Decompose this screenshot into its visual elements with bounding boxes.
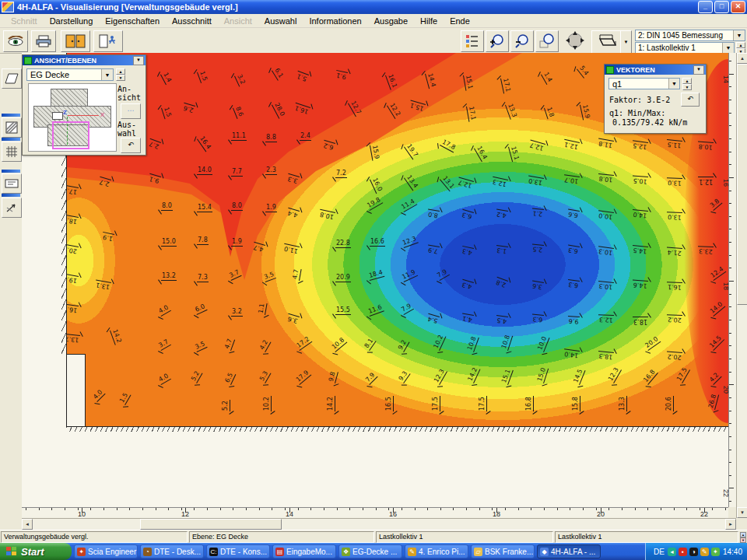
mini-titlebar[interactable]: [2, 138, 20, 141]
ruler-tick: [440, 508, 441, 510]
mini-titlebar[interactable]: [2, 194, 20, 197]
plane-dropdown-value: EG Decke: [30, 70, 69, 79]
menu-item-ausschnitt[interactable]: Ausschnitt: [166, 16, 218, 26]
pan-button[interactable]: [562, 30, 588, 51]
zoom-in-button[interactable]: [486, 30, 509, 52]
loadcase-spinner[interactable]: ▲ ▼: [736, 42, 745, 54]
mini-titlebar[interactable]: [2, 170, 20, 173]
chevron-down-icon[interactable]: ▼: [722, 43, 734, 53]
loadcase-combobox[interactable]: 1: Lastkollektiv 1 ▼: [635, 42, 735, 54]
taskbar-button-scia[interactable]: ✦Scia Engineer: [74, 544, 138, 558]
value-label: 6.3: [531, 313, 544, 322]
chevron-down-icon[interactable]: ▼: [733, 30, 745, 40]
chevron-down-icon[interactable]: ▼: [668, 79, 679, 89]
menu-item-auswahl[interactable]: Auswahl: [258, 16, 303, 26]
zoom-out-button[interactable]: [510, 30, 534, 52]
zoom-in-icon: [489, 33, 505, 49]
factor-button[interactable]: ↶: [681, 93, 700, 107]
menu-item-eigenschaften[interactable]: Eigenschaften: [99, 16, 166, 26]
plan-z-label: Z: [63, 109, 67, 116]
scroll-down-icon[interactable]: ▼: [737, 507, 747, 518]
vectors-button[interactable]: [2, 198, 22, 218]
value-label: 12.1: [698, 177, 714, 184]
menu-item-ausgabe[interactable]: Ausgabe: [368, 16, 414, 26]
menu-item-ende[interactable]: Ende: [444, 16, 476, 26]
value-label: 10.2: [264, 396, 272, 411]
minimize-button[interactable]: _: [698, 1, 713, 13]
mini-titlebar[interactable]: [2, 114, 20, 117]
ruler-label: 12: [181, 510, 189, 518]
close-button[interactable]: ✕: [731, 1, 745, 13]
menu-item-hilfe[interactable]: Hilfe: [414, 16, 444, 26]
ansicht-panel-titlebar[interactable]: ANSICHT/EBENEN ▼: [23, 55, 146, 65]
spinner-up-icon[interactable]: ▲: [736, 42, 745, 48]
spinner-up-icon[interactable]: ▲: [740, 532, 746, 537]
horizontal-scrollbar[interactable]: ◄ ►: [22, 518, 736, 530]
taskbar-button-paint[interactable]: ✎4. Enrico Pi...: [405, 544, 468, 558]
taskbar-button-folder[interactable]: ▱BSK Franke...: [471, 544, 535, 558]
scroll-right-icon[interactable]: ►: [725, 519, 736, 530]
tray-back-arrow-icon[interactable]: ◂: [668, 548, 676, 556]
scroll-up-icon[interactable]: ▲: [737, 53, 747, 64]
window-title: 4H-ALFA - Visualisierung [Verwaltungsgeb…: [17, 2, 238, 12]
view-eye-button[interactable]: [3, 30, 28, 52]
maximize-button[interactable]: □: [714, 1, 729, 13]
vertical-scroll-thumb[interactable]: [737, 64, 747, 305]
tray-green-icon[interactable]: ✦: [711, 548, 720, 556]
tray-brush-icon[interactable]: ✎: [700, 548, 709, 556]
vector-quantity-spinner[interactable]: ▲ ▼: [682, 78, 692, 89]
mini-plan-view[interactable]: Z X: [28, 83, 117, 152]
ruler-tick: [608, 508, 609, 510]
view-3d-button[interactable]: [591, 30, 621, 54]
ruler-tick: [729, 191, 731, 191]
horizontal-scroll-thumb[interactable]: [140, 519, 282, 530]
taskbar-button-dte-desk[interactable]: ◔DTE - Desk...: [140, 544, 204, 558]
language-indicator[interactable]: DE: [654, 548, 665, 556]
print-button[interactable]: [31, 30, 56, 52]
ansicht-apply-button[interactable]: ⋯: [121, 103, 141, 119]
mesh-button[interactable]: [2, 142, 22, 162]
spinner-down-icon[interactable]: ▼: [116, 75, 125, 81]
ruler-tick: [298, 508, 299, 510]
exit-button[interactable]: [93, 30, 123, 52]
spinner-down-icon[interactable]: ▼: [740, 537, 746, 543]
taskbar-button-dte-console[interactable]: C:DTE - Kons...: [206, 544, 270, 558]
ruler-tick: [570, 508, 570, 510]
ruler-tick: [729, 138, 731, 139]
taskbar-button-eingabe[interactable]: ▤EingabeMo...: [272, 544, 336, 558]
vektoren-panel: VEKTOREN ▼ q1 ▼ ▲ ▼ Faktor: 3.E-2 ↶ q1: …: [604, 64, 707, 134]
value-label: 13.0: [528, 176, 544, 186]
vector-quantity-dropdown[interactable]: q1 ▼: [608, 78, 680, 89]
tray-red-app-icon[interactable]: ▪: [679, 548, 687, 556]
plane-dropdown[interactable]: EG Decke ▼: [26, 68, 114, 81]
windows-button[interactable]: [61, 30, 90, 52]
value-label: 8.0: [427, 208, 440, 218]
status-spinner[interactable]: ▲ ▼: [740, 532, 746, 542]
values-button[interactable]: [2, 173, 22, 194]
vertical-scrollbar[interactable]: ▲ ▼: [736, 53, 747, 518]
taskbar-button-alfa[interactable]: ◆4H-ALFA - ...: [537, 544, 601, 558]
ruler-tick: [103, 508, 104, 510]
zoom-window-button[interactable]: [535, 30, 559, 52]
plane-spinner[interactable]: ▲ ▼: [116, 68, 125, 81]
spinner-up-icon[interactable]: ▲: [682, 78, 692, 84]
scroll-left-icon[interactable]: ◄: [22, 519, 33, 530]
design-code-combobox[interactable]: 2: DIN 1045 Bemessung ▼: [635, 30, 745, 41]
panel-collapse-icon[interactable]: ▼: [693, 65, 704, 75]
tray-panda-icon[interactable]: ◑: [689, 548, 698, 556]
taskbar-button-eg-decke[interactable]: ❖EG-Decke ...: [338, 544, 402, 558]
vektoren-panel-titlebar[interactable]: VEKTOREN ▼: [605, 65, 706, 75]
start-button[interactable]: Start: [0, 543, 72, 560]
menu-item-darstellung[interactable]: Darstellung: [44, 16, 100, 26]
auswahl-button[interactable]: ↶: [121, 138, 141, 153]
spinner-up-icon[interactable]: ▲: [116, 68, 125, 75]
view-3d-dropdown[interactable]: ▼: [620, 30, 632, 54]
dte-console-icon: C:: [209, 548, 218, 556]
panel-collapse-icon[interactable]: ▼: [133, 56, 144, 65]
tree-settings-button[interactable]: [461, 30, 484, 52]
plane-select-button[interactable]: [2, 68, 22, 89]
menu-item-informationen[interactable]: Informationen: [303, 16, 367, 26]
chevron-down-icon[interactable]: ▼: [101, 69, 113, 80]
hatch-fill-button[interactable]: [2, 117, 22, 138]
spinner-down-icon[interactable]: ▼: [682, 84, 692, 90]
